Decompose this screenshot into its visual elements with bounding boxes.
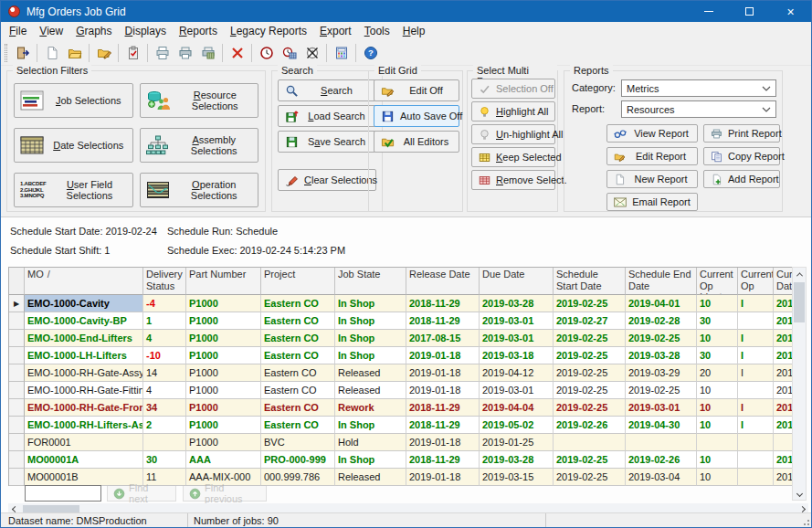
menu-legacy-reports[interactable]: Legacy Reports xyxy=(224,23,313,39)
column-header-part-number[interactable]: Part Number xyxy=(186,268,261,295)
resize-grip[interactable] xyxy=(800,516,811,527)
row-header[interactable] xyxy=(9,330,25,347)
minimize-button[interactable] xyxy=(688,1,729,22)
cell-delivery-status[interactable] xyxy=(143,434,186,451)
cell-current-date[interactable]: 2019 xyxy=(774,295,794,312)
find-next-button[interactable]: Find next xyxy=(107,485,176,502)
row-header[interactable] xyxy=(9,451,25,469)
cell-current-date[interactable]: 2019 xyxy=(774,364,794,382)
calculator-icon[interactable] xyxy=(330,42,353,64)
cell-delivery-status[interactable]: 4 xyxy=(143,382,186,399)
cell-mo[interactable]: EMO-1000-Cavity xyxy=(25,295,143,312)
table-row[interactable]: MO00001B11AAA-MIX-000000.999.786Released… xyxy=(9,469,794,486)
cell-current-op-ident[interactable]: 30 xyxy=(697,312,738,330)
cell-job-state[interactable]: In Shop xyxy=(335,330,406,347)
column-header-current-op[interactable]: Current Op xyxy=(738,268,774,295)
cell-job-state[interactable]: In Shop xyxy=(335,312,406,330)
cell-current-date[interactable]: 2019 xyxy=(774,417,794,434)
cell-current-op[interactable]: I xyxy=(738,347,774,364)
cell-current-op[interactable]: I xyxy=(738,330,774,347)
cell-part-number[interactable]: P1000 xyxy=(186,347,261,364)
cell-release-date[interactable]: 2018-11-29 xyxy=(406,295,480,312)
open-icon[interactable] xyxy=(63,42,86,64)
cell-current-op-ident[interactable]: 30 xyxy=(697,347,738,364)
row-header[interactable] xyxy=(9,417,25,434)
cell-part-number[interactable]: P1000 xyxy=(186,295,261,312)
cell-schedule-start-date[interactable] xyxy=(554,434,626,451)
cell-schedule-start-date[interactable]: 2019-02-25 xyxy=(554,295,626,312)
edit-off-button[interactable]: Edit Off xyxy=(374,79,459,101)
add-report-button[interactable]: Add Report xyxy=(703,170,780,188)
cell-part-number[interactable]: P1000 xyxy=(186,382,261,399)
cell-schedule-end-date[interactable]: 2019-02-25 xyxy=(626,330,697,347)
cell-due-date[interactable]: 2019-03-01 xyxy=(480,382,554,399)
cell-schedule-start-date[interactable]: 2019-02-27 xyxy=(554,312,626,330)
cell-schedule-end-date[interactable]: 2019-02-28 xyxy=(626,312,697,330)
unhighlight-all-button[interactable]: Un-highlight All xyxy=(471,124,555,144)
menu-export[interactable]: Export xyxy=(313,23,358,39)
cell-schedule-end-date[interactable]: 2019-03-28 xyxy=(626,347,697,364)
column-header-project[interactable]: Project xyxy=(261,268,335,295)
cell-schedule-start-date[interactable]: 2019-02-25 xyxy=(554,364,626,382)
menu-graphs[interactable]: Graphs xyxy=(69,23,118,39)
column-header-release-date[interactable]: Release Date xyxy=(406,268,480,295)
row-header[interactable] xyxy=(9,434,25,451)
cell-mo[interactable]: EMO-1000-RH-Gate-Assy xyxy=(25,364,143,382)
cell-current-op-ident[interactable]: 20 xyxy=(697,364,738,382)
cell-part-number[interactable]: P1000 xyxy=(186,417,261,434)
cell-current-date[interactable]: 2019 xyxy=(774,382,794,399)
cell-current-op[interactable] xyxy=(738,434,774,451)
report-select[interactable]: Resources xyxy=(621,100,776,118)
cell-project[interactable]: PRO-000-999 xyxy=(261,451,335,469)
cell-current-date[interactable]: 2019 xyxy=(774,469,794,486)
cell-current-date[interactable]: 2019 xyxy=(774,330,794,347)
close-button[interactable]: × xyxy=(770,1,811,22)
cell-due-date[interactable]: 2019-01-25 xyxy=(480,434,554,451)
cell-project[interactable]: Eastern CO xyxy=(261,330,335,347)
cell-mo[interactable]: EMO-1000-Cavity-BP xyxy=(25,312,143,330)
cell-current-op[interactable] xyxy=(738,451,774,469)
clock-icon[interactable] xyxy=(255,42,278,64)
cell-release-date[interactable]: 2018-11-29 xyxy=(406,312,480,330)
cell-mo[interactable]: EMO-1000-RH-Lifters-Assy xyxy=(25,417,143,434)
remove-select-button[interactable]: Remove Select. xyxy=(471,170,555,190)
exit-icon[interactable] xyxy=(11,42,34,64)
cell-delivery-status[interactable]: 34 xyxy=(143,399,186,417)
cell-project[interactable]: Eastern CO xyxy=(261,364,335,382)
keep-selected-button[interactable]: Keep Selected xyxy=(471,147,555,167)
menu-reports[interactable]: Reports xyxy=(173,23,224,39)
cell-schedule-end-date[interactable]: 2019-03-29 xyxy=(626,364,697,382)
job-selections-button[interactable]: Job Selections xyxy=(14,83,133,118)
cell-mo[interactable]: FOR0001 xyxy=(25,434,143,451)
new-report-button[interactable]: New Report xyxy=(606,170,698,188)
row-header[interactable] xyxy=(9,382,25,399)
cell-current-date[interactable] xyxy=(774,434,794,451)
maximize-button[interactable] xyxy=(729,1,770,22)
cell-current-date[interactable]: 2019 xyxy=(774,347,794,364)
cell-job-state[interactable]: In Shop xyxy=(335,451,406,469)
cell-due-date[interactable]: 2019-04-12 xyxy=(480,364,554,382)
cell-project[interactable]: Eastern CO xyxy=(261,382,335,399)
cell-release-date[interactable]: 2019-01-18 xyxy=(406,469,480,486)
assembly-selections-button[interactable]: Assembly Selections xyxy=(140,128,259,163)
cell-delivery-status[interactable]: 30 xyxy=(143,451,186,469)
resource-selections-button[interactable]: Resource Selections xyxy=(140,83,259,118)
cell-schedule-end-date[interactable]: 2019-02-26 xyxy=(626,451,697,469)
cell-current-date[interactable]: 2019 xyxy=(774,312,794,330)
menu-help[interactable]: Help xyxy=(396,23,432,39)
cell-release-date[interactable]: 2018-11-29 xyxy=(406,399,480,417)
cell-schedule-start-date[interactable]: 2019-02-25 xyxy=(554,382,626,399)
menu-file[interactable]: File xyxy=(3,23,33,39)
cell-project[interactable]: Eastern CO xyxy=(261,295,335,312)
cell-due-date[interactable]: 2019-03-01 xyxy=(480,312,554,330)
table-row[interactable]: EMO-1000-RH-Lifters-Assy2P1000Eastern CO… xyxy=(9,417,794,434)
cell-mo[interactable]: EMO-1000-RH-Gate-Fittings xyxy=(25,382,143,399)
cell-part-number[interactable]: P1000 xyxy=(186,364,261,382)
cell-job-state[interactable]: Released xyxy=(335,469,406,486)
vertical-scrollbar-thumb[interactable] xyxy=(794,282,805,322)
cell-schedule-start-date[interactable]: 2019-02-25 xyxy=(554,330,626,347)
cell-release-date[interactable]: 2019-01-18 xyxy=(406,434,480,451)
menu-displays[interactable]: Displays xyxy=(119,23,173,39)
cell-mo[interactable]: MO00001B xyxy=(25,469,143,486)
cell-current-op[interactable] xyxy=(738,312,774,330)
